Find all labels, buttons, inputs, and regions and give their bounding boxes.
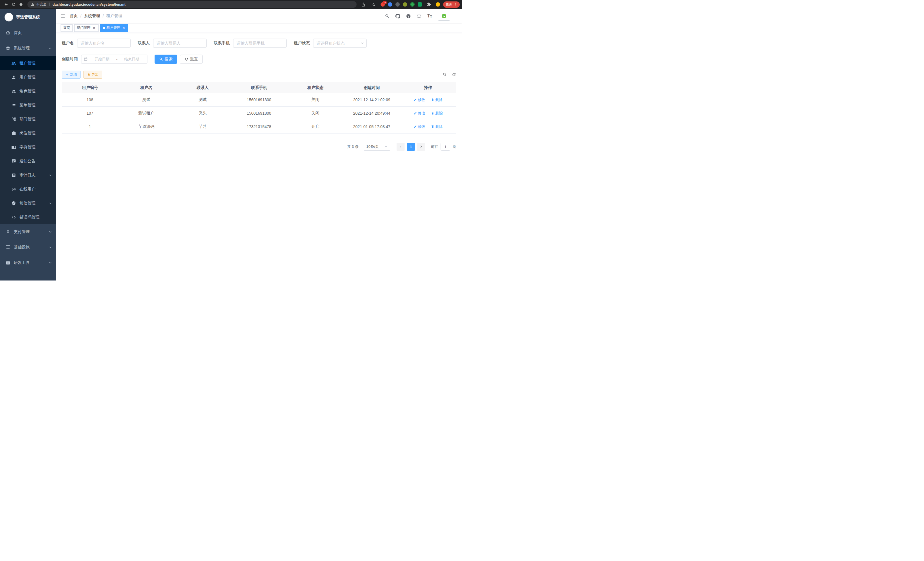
- font-size-icon[interactable]: [427, 14, 432, 18]
- puzzle-icon[interactable]: [425, 1, 433, 8]
- search-icon[interactable]: [385, 14, 390, 19]
- home-icon[interactable]: [17, 1, 25, 8]
- date-range-picker[interactable]: 开始日期 - 结束日期: [81, 55, 147, 64]
- search-toggle-icon[interactable]: [442, 72, 447, 77]
- tab-home[interactable]: 首页: [61, 24, 73, 32]
- reset-button[interactable]: 重置: [180, 55, 202, 64]
- sidebar-item-announcements[interactable]: 通知公告: [0, 154, 56, 168]
- edit-button[interactable]: 修改: [413, 97, 425, 102]
- filter-create-time: 创建时间 开始日期 - 结束日期: [62, 55, 147, 64]
- help-icon[interactable]: [406, 14, 411, 19]
- app-title: 芋道管理系统: [16, 15, 40, 20]
- contact-name-input[interactable]: [153, 39, 207, 48]
- sidebar-item-dev-tools[interactable]: 研发工具: [0, 255, 56, 271]
- tenant-id: 1: [62, 120, 118, 134]
- edit-button[interactable]: 修改: [413, 124, 425, 129]
- search-button[interactable]: 搜索: [154, 55, 177, 64]
- edit-button[interactable]: 修改: [413, 111, 425, 116]
- sidebar-item-sms[interactable]: 短信管理: [0, 196, 56, 210]
- close-icon[interactable]: [92, 26, 96, 30]
- sms-icon: [11, 201, 16, 206]
- delete-button[interactable]: 删除: [431, 124, 442, 129]
- export-button[interactable]: 导出: [83, 71, 102, 79]
- chevron-right-icon: [419, 145, 423, 148]
- filter-row-1: 租户名 联系人 联系手机 租户状态: [62, 39, 456, 48]
- sidebar-item-tenant[interactable]: 租户管理: [0, 56, 56, 70]
- caret-down-icon[interactable]: [453, 15, 458, 20]
- sidebar-item-infrastructure[interactable]: 基础设施: [0, 240, 56, 255]
- tenant-id: 108: [62, 93, 118, 107]
- prev-page-button[interactable]: [397, 143, 405, 151]
- status-text: 关闭: [287, 93, 344, 107]
- next-page-button[interactable]: [417, 143, 425, 151]
- table-row: 1 芋道源码 芋艿 17321315478 开启 2021-01-05 17:0…: [62, 120, 456, 134]
- sidebar-item-error-codes[interactable]: 错误码管理: [0, 210, 56, 224]
- reload-icon[interactable]: [10, 1, 17, 8]
- user-avatar[interactable]: [438, 12, 450, 21]
- sidebar-item-roles[interactable]: 角色管理: [0, 84, 56, 98]
- tenant-status-select[interactable]: [313, 39, 367, 48]
- delete-button[interactable]: 删除: [431, 111, 442, 116]
- sidebar-item-departments[interactable]: 部门管理: [0, 112, 56, 126]
- star-icon[interactable]: [370, 1, 377, 8]
- sidebar-item-online-users[interactable]: 在线用户: [0, 182, 56, 196]
- refresh-icon[interactable]: [452, 72, 456, 77]
- page-1-button[interactable]: 1: [407, 143, 415, 151]
- extension-icon-5[interactable]: [410, 2, 415, 7]
- profile-avatar[interactable]: [436, 2, 440, 7]
- table-row: 108 测试 测试 15601691300 关闭 2021-12-14 21:0…: [62, 93, 456, 107]
- dashboard-icon: [6, 31, 10, 35]
- online-users-icon: [11, 187, 16, 192]
- sidebar-item-payment[interactable]: 支付管理: [0, 224, 56, 240]
- sidebar-toggle-button[interactable]: [56, 9, 70, 23]
- created-time: 2021-12-14 20:49:44: [344, 107, 400, 120]
- extension-icon-4[interactable]: [403, 2, 407, 7]
- filter-row-2: 创建时间 开始日期 - 结束日期 搜索 重置: [62, 55, 456, 64]
- sidebar-item-audit-log[interactable]: 审计日志: [0, 168, 56, 182]
- update-button[interactable]: 更新: [443, 2, 460, 8]
- filter-tenant-name: 租户名: [62, 39, 130, 48]
- back-icon[interactable]: [2, 1, 10, 8]
- sidebar-item-dictionary[interactable]: 字典管理: [0, 140, 56, 154]
- total-count: 共 3 条: [347, 144, 358, 149]
- tab-department-management[interactable]: 部门管理: [74, 24, 99, 32]
- table-header-row: 租户编号 租户名 联系人 联系手机 租户状态 创建时间 操作: [62, 82, 456, 93]
- extension-icon-1[interactable]: 10: [381, 2, 385, 7]
- sidebar-item-system[interactable]: 系统管理: [0, 41, 56, 56]
- contact-phone: 17321315478: [231, 120, 287, 134]
- close-icon[interactable]: [122, 26, 126, 30]
- dev-tools-icon: [6, 260, 10, 265]
- github-icon[interactable]: [395, 14, 400, 19]
- breadcrumb-system[interactable]: 系统管理: [84, 14, 100, 19]
- tags-view: 首页 部门管理 租户管理: [56, 23, 462, 33]
- share-icon[interactable]: [359, 1, 367, 8]
- contact-phone: 15601691300: [231, 107, 287, 120]
- sidebar-item-home[interactable]: 首页: [0, 25, 56, 41]
- warning-icon: [31, 3, 34, 6]
- breadcrumb-home[interactable]: 首页: [70, 14, 78, 19]
- tab-tenant-management[interactable]: 租户管理: [100, 24, 128, 32]
- tenant-id: 107: [62, 107, 118, 120]
- sidebar-item-menus[interactable]: 菜单管理: [0, 98, 56, 112]
- goto-page-input[interactable]: [441, 143, 450, 151]
- main-area: 首页 / 系统管理 / 租户管理 首页: [56, 9, 462, 281]
- delete-button[interactable]: 删除: [431, 97, 442, 102]
- page-content: 租户名 联系人 联系手机 租户状态: [56, 33, 462, 281]
- dictionary-icon: [11, 145, 16, 150]
- extension-icon-2[interactable]: [388, 2, 392, 7]
- sidebar-item-posts[interactable]: 岗位管理: [0, 126, 56, 140]
- contact-mobile-input[interactable]: [233, 39, 286, 48]
- tenant-name-input[interactable]: [77, 39, 130, 48]
- logo-avatar: [4, 13, 13, 21]
- address-bar[interactable]: 不安全 dashboard.yudao.iocoder.cn/system/te…: [27, 1, 357, 8]
- range-separator: -: [116, 57, 117, 62]
- extension-icon-6[interactable]: [418, 2, 422, 7]
- fullscreen-icon[interactable]: [417, 14, 422, 19]
- extension-icon-3[interactable]: [395, 2, 400, 7]
- sidebar-item-users[interactable]: 用户管理: [0, 70, 56, 84]
- page-size-select[interactable]: 10条/页: [364, 143, 390, 151]
- toolbar-right: [442, 72, 456, 77]
- end-date-placeholder: 结束日期: [118, 57, 145, 62]
- add-button[interactable]: 新增: [62, 71, 81, 79]
- chevron-down-icon: [384, 145, 388, 148]
